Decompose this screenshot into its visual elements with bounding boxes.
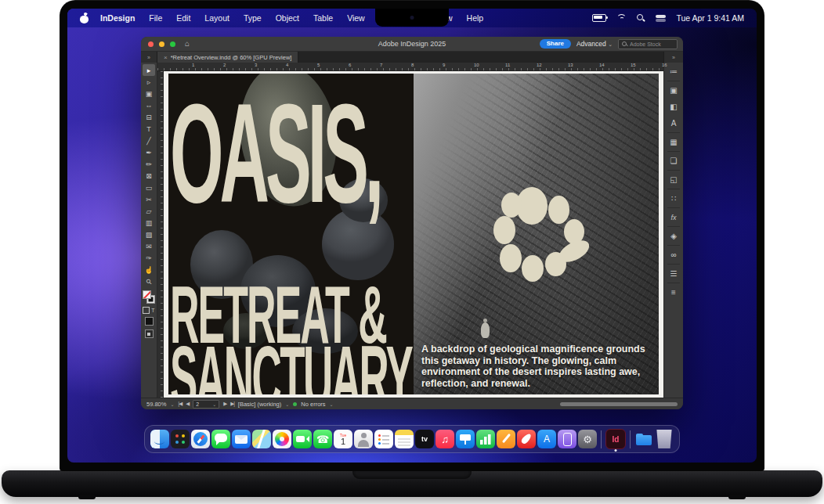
share-button[interactable]: Share <box>540 39 571 49</box>
page-tool[interactable]: ▣ <box>143 88 155 99</box>
horizontal-scrollbar[interactable] <box>560 402 678 406</box>
adobe-stock-search-input[interactable]: Adobe Stock <box>618 39 678 49</box>
formatting-affects-container-button[interactable] <box>143 307 150 314</box>
dock-item-phone[interactable]: ☎ <box>313 430 332 448</box>
apply-color-button[interactable] <box>145 317 154 326</box>
dock-item-trash[interactable] <box>655 430 674 448</box>
apple-menu-icon[interactable] <box>80 13 89 23</box>
dock-item-indesign[interactable]: Id <box>605 429 626 449</box>
battery-icon[interactable] <box>592 14 606 22</box>
dock-item-launchpad[interactable] <box>171 430 190 448</box>
cc-libraries-panel[interactable]: ▣ <box>666 82 681 99</box>
dock-item-contacts[interactable] <box>354 430 373 448</box>
preflight-profile[interactable]: [Basic] (working) <box>238 401 281 408</box>
align-panel[interactable]: ∷ <box>666 190 681 207</box>
chevron-down-icon[interactable]: ⌄ <box>285 401 289 407</box>
panel-collapse-chevrons[interactable]: » <box>663 52 683 63</box>
dock-item-app-store[interactable]: A <box>537 430 556 448</box>
chevron-down-icon[interactable]: ⌄ <box>330 401 334 407</box>
last-page-button[interactable]: ▶| <box>230 401 234 407</box>
gap-tool[interactable]: ⇔ <box>143 99 155 111</box>
dock-item-mail[interactable] <box>232 430 251 448</box>
free-transform-tool[interactable]: ▱ <box>143 205 155 217</box>
spotlight-search-icon[interactable] <box>637 14 645 23</box>
menu-type[interactable]: Type <box>237 9 269 27</box>
fill-swatch[interactable] <box>143 290 151 299</box>
menu-edit[interactable]: Edit <box>169 9 197 27</box>
hand-tool[interactable]: ☝ <box>143 264 155 275</box>
gradient-panel[interactable]: ≡ <box>666 284 681 301</box>
dock-item-calendar[interactable]: Tue1 <box>334 430 352 448</box>
dock-item-numbers[interactable] <box>476 430 495 448</box>
preflight-links-panel[interactable]: ∞ <box>666 247 681 263</box>
menu-object[interactable]: Object <box>269 9 306 27</box>
properties-panel[interactable]: ≔ <box>666 63 681 80</box>
dock-item-reminders[interactable] <box>374 430 393 448</box>
rectangle-tool[interactable]: ▭ <box>143 182 155 193</box>
close-window-button[interactable] <box>148 41 154 47</box>
note-tool[interactable]: ✉ <box>143 240 155 252</box>
dock-item-safari[interactable] <box>191 430 210 448</box>
links-panel[interactable]: ◱ <box>666 171 681 188</box>
dock-item-finder[interactable] <box>150 430 169 448</box>
dock-item-music[interactable]: ♫ <box>435 430 454 448</box>
paragraph-styles-panel[interactable]: A <box>666 115 681 131</box>
formatting-affects-text-button[interactable]: T <box>151 308 154 313</box>
eyedropper-tool[interactable]: ✑ <box>143 252 155 264</box>
fill-stroke-swatches[interactable] <box>143 290 155 304</box>
document-tab[interactable]: × *Retreat Overview.indd @ 60% [GPU Prev… <box>157 52 298 63</box>
menu-layout[interactable]: Layout <box>197 9 237 27</box>
chevron-down-icon[interactable]: ⌄ <box>170 401 174 407</box>
gradient-tool[interactable]: ▥ <box>143 217 155 229</box>
left-page[interactable]: OASIS, RETREAT & SANCTUARY <box>168 74 414 394</box>
layers-overview-panel[interactable]: ❏ <box>666 153 681 169</box>
dock-item-facetime[interactable] <box>293 430 312 448</box>
frame-tool[interactable]: ⊠ <box>143 170 155 182</box>
menu-indesign[interactable]: InDesign <box>93 9 142 27</box>
direct-selection-tool[interactable]: ▹ <box>143 76 155 88</box>
wifi-icon[interactable] <box>616 14 627 22</box>
zoom-level[interactable]: 59.80% <box>146 401 166 408</box>
stroke-panel[interactable]: ☰ <box>666 265 681 282</box>
minimize-window-button[interactable] <box>159 41 164 47</box>
selection-tool[interactable]: ▸ <box>143 64 155 76</box>
dock-item-iphone-mirroring[interactable] <box>558 430 576 448</box>
menu-view[interactable]: View <box>340 9 372 27</box>
dock-item-photos[interactable] <box>273 430 291 448</box>
dock-item-messages[interactable] <box>211 430 230 448</box>
object-styles-panel[interactable]: ◈ <box>666 228 681 244</box>
dock-item-downloads[interactable] <box>634 430 653 448</box>
gradient-feather-tool[interactable]: ▨ <box>143 229 155 240</box>
dock-item-keynote[interactable] <box>456 430 475 448</box>
pen-tool[interactable]: ✒ <box>143 146 155 158</box>
pages-panel[interactable]: ◧ <box>666 99 681 115</box>
swatches-panel[interactable]: ▦ <box>666 134 681 150</box>
previous-page-button[interactable]: ◀ <box>186 401 189 407</box>
page-number-field[interactable]: 2 ⌄ <box>193 400 219 409</box>
scissors-tool[interactable]: ✂ <box>143 193 155 205</box>
dock-item-settings[interactable]: ⚙ <box>578 430 597 448</box>
control-center-icon[interactable] <box>656 15 666 22</box>
close-tab-icon[interactable]: × <box>164 54 168 61</box>
first-page-button[interactable]: |◀ <box>178 401 182 407</box>
next-page-button[interactable]: ▶ <box>223 401 226 407</box>
pencil-tool[interactable]: ✏ <box>143 158 155 170</box>
dock-item-notes[interactable] <box>395 430 414 448</box>
zoom-window-button[interactable] <box>170 41 175 47</box>
type-tool[interactable]: T <box>143 123 155 135</box>
dock-item-pages[interactable] <box>497 430 515 448</box>
toolbar-collapse-chevrons[interactable]: » <box>141 52 157 63</box>
content-collector-tool[interactable]: ⊟ <box>143 111 155 123</box>
zoom-tool[interactable]: ⚲ <box>143 275 155 287</box>
effects-panel[interactable]: fx <box>666 209 681 225</box>
dock-item-rocket[interactable] <box>517 430 536 448</box>
menu-file[interactable]: File <box>142 9 169 27</box>
menu-bar-clock[interactable]: Tue Apr 1 9:41 AM <box>676 13 744 23</box>
screen-mode-button[interactable] <box>145 329 154 338</box>
line-tool[interactable]: ╱ <box>143 135 155 146</box>
right-page[interactable]: A backdrop of geological magnificence gr… <box>414 74 659 394</box>
workspace-switcher[interactable]: Advanced ⌄ <box>576 40 613 48</box>
home-icon[interactable]: ⌂ <box>185 37 190 51</box>
menu-table[interactable]: Table <box>306 9 340 27</box>
dock-item-tv[interactable]: tv <box>415 430 434 448</box>
